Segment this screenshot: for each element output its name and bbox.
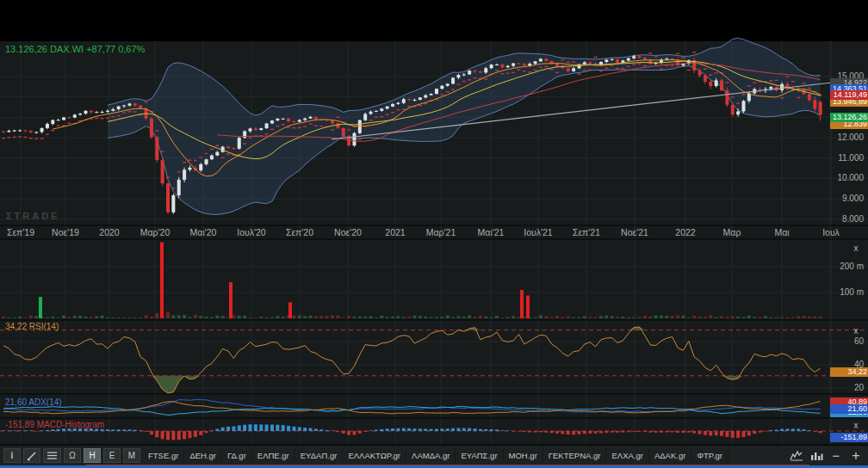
ticker-tab-ΕΛΠΕ.gr[interactable]: ΕΛΠΕ.gr <box>252 448 295 463</box>
time-axis-label: Μαι'21 <box>478 227 505 237</box>
rsi-panel-title: 34,22 RSI(14) <box>5 322 59 331</box>
ticker-tab-ΕΥΔΑΠ.gr[interactable]: ΕΥΔΑΠ.gr <box>295 448 344 463</box>
price-grid-label: 11.000 <box>838 153 864 163</box>
list-icon <box>46 451 58 460</box>
price-flag: 14.119,49 <box>830 90 868 100</box>
ticker-tab-ΑΔΑΚ.gr[interactable]: ΑΔΑΚ.gr <box>649 448 691 463</box>
bottom-toolbar: i Ω H E M FTSE.grΔΕΗ.grΓΔ.grΕΛΠΕ.grΕΥΔΑΠ… <box>0 445 868 465</box>
zoom-out-button[interactable]: − <box>828 448 845 463</box>
ticker-tab-ΛΑΜΔΑ.gr[interactable]: ΛΑΜΔΑ.gr <box>406 448 456 463</box>
time-axis-label: Μαι <box>774 227 789 237</box>
draw-tool-button[interactable] <box>23 448 40 463</box>
ticker-tab-ΜΟΗ.gr[interactable]: ΜΟΗ.gr <box>504 448 543 463</box>
time-axis-label: Νοε'19 <box>52 227 79 237</box>
pencil-icon <box>27 451 37 461</box>
rsi-panel-close-button[interactable]: x <box>851 326 861 336</box>
chart-type-bars-button[interactable] <box>808 448 825 463</box>
rsi-axis-label: 60 <box>854 336 864 346</box>
time-axis-label: Ιουλ'20 <box>237 227 265 237</box>
time-axis-label: Μαρ'20 <box>140 227 170 237</box>
ticker-tab-ΓΔ.gr[interactable]: ΓΔ.gr <box>222 448 252 463</box>
time-axis-label: Ιουλ'21 <box>524 227 552 237</box>
volume-panel-close-button[interactable]: x <box>851 243 861 254</box>
indicators-button[interactable] <box>43 448 61 463</box>
time-axis-label: 2022 <box>675 227 695 237</box>
time-axis-label: 2020 <box>99 227 119 237</box>
ticker-tab-ΕΥΑΠΣ.gr[interactable]: ΕΥΑΠΣ.gr <box>456 448 503 463</box>
rsi-axis-label: 20 <box>854 383 864 392</box>
price-flag: 13.126,26 <box>830 113 868 122</box>
time-axis-label: Μαρ'21 <box>426 227 456 237</box>
info-button[interactable]: i <box>3 448 21 463</box>
zoom-in-button[interactable]: + <box>847 448 865 463</box>
time-axis-label: Ιουλ <box>822 227 840 237</box>
price-grid-label: 10.000 <box>837 173 864 182</box>
rsi-value-flag: 34,22 <box>830 367 868 377</box>
chart-area[interactable] <box>0 41 868 445</box>
time-axis-label: Σεπ'20 <box>286 227 313 237</box>
time-axis-label: Σεπ'19 <box>7 227 34 237</box>
interval-m-button[interactable]: M <box>123 448 140 463</box>
ticker-tab-ΦΤΡ.gr[interactable]: ΦΤΡ.gr <box>691 448 728 463</box>
adx-panel-title: 21,60 ADX(14) <box>5 397 62 407</box>
platform-watermark: ΣTRADE <box>6 211 60 221</box>
macd-panel-close-button[interactable]: x <box>851 421 861 431</box>
trading-app-window: 13.126,26 DAX.WI +87,77 0,67% ΣTRADE 34,… <box>0 0 868 468</box>
price-grid-label: 12.000 <box>837 132 864 142</box>
interval-h-button[interactable]: H <box>84 448 101 463</box>
ticker-tab-ΕΛΛΑΚΤΩΡ.gr[interactable]: ΕΛΛΑΚΤΩΡ.gr <box>343 448 406 463</box>
volume-axis-label: 100 m <box>840 287 864 297</box>
time-axis-label: Νοε'20 <box>334 227 362 237</box>
adx-value-flag: 21,60 <box>830 404 868 414</box>
time-axis-label: Μαρ <box>723 227 741 237</box>
line-chart-icon <box>790 450 803 461</box>
omega-button[interactable]: Ω <box>64 448 81 463</box>
chart-type-line-button[interactable] <box>788 448 805 463</box>
interval-e-button[interactable]: E <box>103 448 121 463</box>
macd-panel-title: -151,89 MACD-Histogram <box>5 420 104 429</box>
macd-value-flag: -151,89 <box>830 433 868 442</box>
price-grid-label: 9.000 <box>842 194 864 203</box>
ticker-tab-ΔΕΗ.gr[interactable]: ΔΕΗ.gr <box>184 448 222 463</box>
time-axis-label: 2021 <box>385 227 405 237</box>
volume-axis-label: 200 m <box>840 262 864 271</box>
info-button-label: i <box>11 449 14 462</box>
top-black-strip <box>0 0 868 41</box>
price-grid-label: 8.000 <box>842 214 864 224</box>
symbol-quote-line: 13.126,26 DAX.WI +87,77 0,67% <box>5 44 145 54</box>
ticker-tab-FTSE.gr[interactable]: FTSE.gr <box>143 448 184 463</box>
bar-chart-icon <box>809 450 823 461</box>
ticker-tab-ΓΕΚΤΕΡΝΑ.gr[interactable]: ΓΕΚΤΕΡΝΑ.gr <box>543 448 607 463</box>
time-axis-label: Νοε'21 <box>621 227 648 237</box>
time-axis-label: Σεπ'21 <box>573 227 600 237</box>
time-axis-label: Μαι'20 <box>190 227 217 237</box>
ticker-tab-ΕΛΧΑ.gr[interactable]: ΕΛΧΑ.gr <box>606 448 648 463</box>
